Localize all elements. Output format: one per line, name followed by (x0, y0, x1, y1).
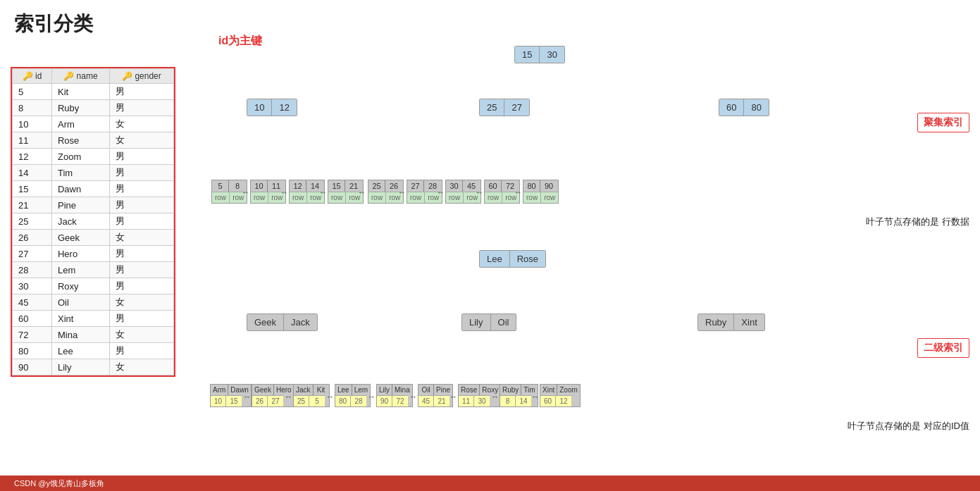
leaf-arrow-link: ↔ (325, 392, 335, 401)
tree-area: 153010122527608058rowrow↔1011rowrow↔1214… (204, 39, 951, 490)
leaf-arrow-link: ↔ (409, 392, 418, 401)
table-row: 15Dawn男 (13, 181, 174, 197)
svg-line-16 (513, 268, 732, 313)
table-row: 21Pine男 (13, 197, 174, 213)
svg-line-23 (480, 331, 732, 384)
sec-leaf-node: JackKit255 (293, 384, 330, 407)
svg-line-8 (346, 116, 505, 180)
table-row: 12Zoom男 (13, 149, 174, 165)
leaf-arrow-link: ↔ (475, 188, 484, 197)
table-row: 30Roxy男 (13, 278, 174, 294)
table-row: 28Lem男 (13, 262, 174, 278)
table-row: 60Xint男 (13, 311, 174, 327)
svg-line-21 (395, 331, 489, 384)
data-table-container: 🔑 id 🔑 name 🔑 gender 5Kit男8Ruby男10Arm女11… (11, 67, 175, 377)
table-row: 5Kit男 (13, 84, 174, 100)
table-row: 10Arm女 (13, 116, 174, 132)
leaf-arrow-link: ↔ (318, 188, 328, 197)
bottom-bar-text: CSDN @y饿见青山多板角 (14, 478, 104, 489)
svg-line-13 (541, 116, 745, 180)
table-row: 72Mina女 (13, 327, 174, 343)
col-id-header: 🔑 id (13, 69, 52, 84)
leaf-arrow-link: ↔ (242, 392, 252, 401)
table-row: 8Ruby男 (13, 100, 174, 116)
tree-svg (204, 39, 951, 490)
leaf-arrow-link: ↔ (241, 188, 250, 197)
table-row: 27Hero男 (13, 246, 174, 262)
btree-node: GeekJack (247, 313, 318, 331)
btree-node: 1012 (247, 99, 297, 116)
bottom-bar: CSDN @y饿见青山多板角 (0, 476, 980, 491)
table-row: 45Oil女 (13, 294, 174, 311)
svg-line-15 (489, 268, 513, 313)
col-gender-header: 🔑 gender (109, 69, 173, 84)
table-row: 26Geek女 (13, 230, 174, 246)
svg-line-10 (425, 116, 505, 180)
svg-line-4 (540, 63, 744, 99)
secondary-index-label: 二级索引 (917, 338, 969, 358)
table-row: 25Jack男 (13, 213, 174, 230)
leaf-row-label: 叶子节点存储的是 行数据 (866, 215, 969, 230)
svg-line-2 (272, 63, 540, 99)
leaf-arrow-link: ↔ (490, 392, 500, 401)
clustered-index-label: 聚集索引 (917, 113, 969, 132)
leaf-arrow-link: ↔ (357, 188, 366, 197)
leaf-arrow-link: ↔ (449, 392, 458, 401)
sec-leaf-node: LeeLem8028 (335, 384, 371, 407)
svg-line-20 (353, 331, 490, 384)
btree-node: RubyXint (697, 313, 765, 331)
leaf-arrow-link: ↔ (436, 188, 445, 197)
btree-node: LeeRose (479, 250, 546, 268)
svg-line-7 (272, 116, 307, 180)
leaf-node: 8090rowrow (523, 180, 559, 204)
svg-line-22 (435, 331, 489, 384)
leaf-arrow-link: ↔ (280, 188, 289, 197)
svg-line-11 (464, 116, 745, 180)
col-name-header: 🔑 name (51, 69, 109, 84)
table-row: 80Lee男 (13, 343, 174, 359)
leaf-arrow-link: ↔ (367, 392, 376, 401)
svg-line-12 (502, 116, 745, 180)
svg-line-3 (504, 63, 540, 99)
svg-line-5 (230, 116, 273, 180)
sec-leaf-node: LilyMina9072 (376, 384, 413, 407)
svg-line-24 (519, 331, 732, 384)
svg-line-6 (268, 116, 273, 180)
leaf-arrow-link: ↔ (284, 392, 293, 401)
table-row: 14Tim男 (13, 165, 174, 181)
leaf-arrow-link: ↔ (514, 188, 523, 197)
btree-node: 1530 (514, 46, 565, 63)
sec-leaf-node: XintZoom6012 (540, 384, 581, 407)
leaf-arrow-link: ↔ (397, 188, 407, 197)
leaf-arrow-link: ↔ (531, 392, 540, 401)
svg-line-19 (283, 331, 312, 384)
leaf-id-label: 叶子节点存储的是 对应的ID值 (848, 419, 969, 434)
table-row: 90Lily女 (13, 359, 174, 375)
data-table: 🔑 id 🔑 name 🔑 gender 5Kit男8Ruby男10Arm女11… (12, 68, 174, 375)
svg-line-9 (386, 116, 505, 180)
page-title: 索引分类 (14, 11, 93, 37)
btree-node: LilyOil (461, 313, 516, 331)
svg-line-14 (283, 268, 513, 313)
table-row: 11Rose女 (13, 132, 174, 149)
btree-node: 2527 (479, 99, 530, 116)
sec-leaf-node: OilPine4521 (418, 384, 453, 407)
btree-node: 6080 (719, 99, 769, 116)
svg-line-25 (560, 331, 731, 384)
